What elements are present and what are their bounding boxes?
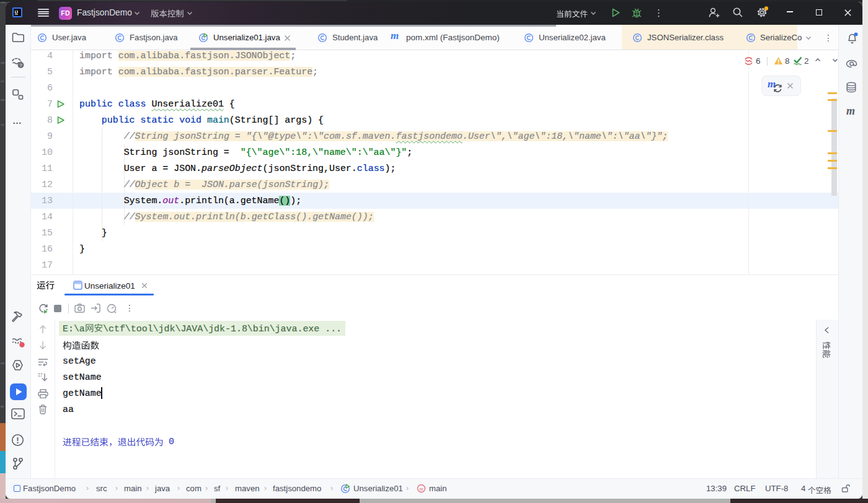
svg-text:m: m [419, 486, 423, 492]
svg-text:?: ? [19, 63, 22, 68]
